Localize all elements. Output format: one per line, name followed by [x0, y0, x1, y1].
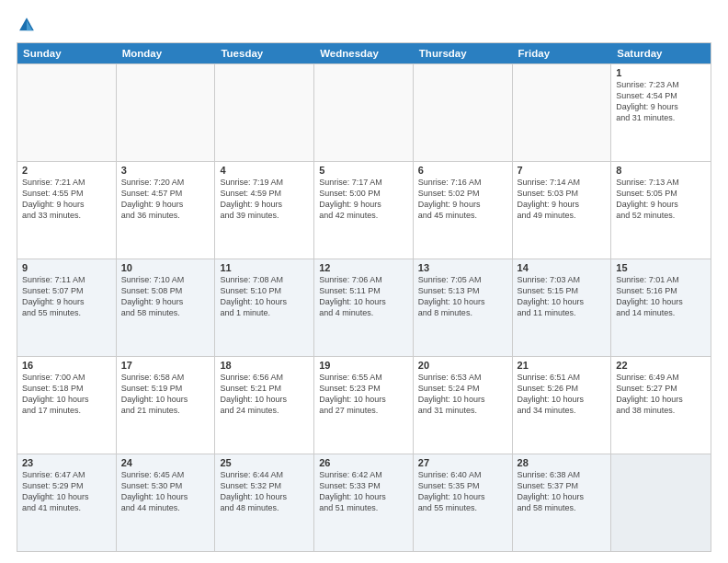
calendar-cell-3-0: 16Sunrise: 7:00 AM Sunset: 5:18 PM Dayli…	[17, 357, 117, 454]
day-number: 21	[518, 360, 607, 371]
calendar-cell-2-0: 9Sunrise: 7:11 AM Sunset: 5:07 PM Daylig…	[17, 259, 117, 356]
day-number: 12	[319, 262, 408, 273]
day-info: Sunrise: 6:45 AM Sunset: 5:30 PM Dayligh…	[121, 469, 210, 514]
calendar-row-1: 2Sunrise: 7:21 AM Sunset: 4:55 PM Daylig…	[17, 161, 711, 259]
day-number: 26	[319, 457, 408, 468]
calendar-row-3: 16Sunrise: 7:00 AM Sunset: 5:18 PM Dayli…	[17, 356, 711, 454]
calendar-cell-3-3: 19Sunrise: 6:55 AM Sunset: 5:23 PM Dayli…	[314, 357, 414, 454]
day-number: 3	[121, 165, 210, 176]
calendar-cell-0-4	[414, 64, 513, 161]
calendar-cell-2-3: 12Sunrise: 7:06 AM Sunset: 5:11 PM Dayli…	[314, 259, 414, 356]
day-number: 19	[319, 360, 408, 371]
calendar-cell-2-4: 13Sunrise: 7:05 AM Sunset: 5:13 PM Dayli…	[414, 259, 513, 356]
day-number: 23	[22, 457, 111, 468]
day-info: Sunrise: 7:16 AM Sunset: 5:02 PM Dayligh…	[418, 177, 507, 222]
day-info: Sunrise: 7:23 AM Sunset: 4:54 PM Dayligh…	[616, 79, 706, 124]
day-info: Sunrise: 6:40 AM Sunset: 5:35 PM Dayligh…	[418, 469, 507, 514]
day-number: 18	[220, 360, 309, 371]
day-info: Sunrise: 7:21 AM Sunset: 4:55 PM Dayligh…	[22, 177, 111, 222]
day-info: Sunrise: 7:03 AM Sunset: 5:15 PM Dayligh…	[518, 274, 607, 319]
day-info: Sunrise: 7:17 AM Sunset: 5:00 PM Dayligh…	[319, 177, 408, 222]
day-number: 6	[418, 165, 507, 176]
day-info: Sunrise: 7:05 AM Sunset: 5:13 PM Dayligh…	[418, 274, 507, 319]
day-info: Sunrise: 7:13 AM Sunset: 5:05 PM Dayligh…	[616, 177, 706, 222]
day-number: 13	[418, 262, 507, 273]
calendar-cell-1-1: 3Sunrise: 7:20 AM Sunset: 4:57 PM Daylig…	[117, 162, 216, 259]
calendar-row-0: 1Sunrise: 7:23 AM Sunset: 4:54 PM Daylig…	[17, 63, 711, 161]
day-number: 17	[121, 360, 210, 371]
day-number: 10	[121, 262, 210, 273]
day-number: 5	[319, 165, 408, 176]
weekday-header-wednesday: Wednesday	[314, 43, 414, 63]
logo-icon	[17, 15, 37, 35]
day-info: Sunrise: 6:53 AM Sunset: 5:24 PM Dayligh…	[418, 372, 507, 417]
calendar-cell-1-4: 6Sunrise: 7:16 AM Sunset: 5:02 PM Daylig…	[414, 162, 513, 259]
calendar-cell-4-2: 25Sunrise: 6:44 AM Sunset: 5:32 PM Dayli…	[215, 454, 314, 551]
day-info: Sunrise: 6:42 AM Sunset: 5:33 PM Dayligh…	[319, 469, 408, 514]
day-info: Sunrise: 6:44 AM Sunset: 5:32 PM Dayligh…	[220, 469, 309, 514]
calendar-cell-0-6: 1Sunrise: 7:23 AM Sunset: 4:54 PM Daylig…	[611, 64, 711, 161]
calendar-cell-0-2	[215, 64, 314, 161]
day-info: Sunrise: 7:00 AM Sunset: 5:18 PM Dayligh…	[22, 372, 111, 417]
day-info: Sunrise: 7:06 AM Sunset: 5:11 PM Dayligh…	[319, 274, 408, 319]
day-info: Sunrise: 6:38 AM Sunset: 5:37 PM Dayligh…	[518, 469, 607, 514]
day-number: 9	[22, 262, 111, 273]
day-number: 14	[518, 262, 607, 273]
day-number: 15	[616, 262, 706, 273]
calendar-cell-2-6: 15Sunrise: 7:01 AM Sunset: 5:16 PM Dayli…	[611, 259, 711, 356]
day-info: Sunrise: 7:19 AM Sunset: 4:59 PM Dayligh…	[220, 177, 309, 222]
calendar-cell-1-3: 5Sunrise: 7:17 AM Sunset: 5:00 PM Daylig…	[314, 162, 414, 259]
day-info: Sunrise: 6:47 AM Sunset: 5:29 PM Dayligh…	[22, 469, 111, 514]
day-info: Sunrise: 7:10 AM Sunset: 5:08 PM Dayligh…	[121, 274, 210, 319]
calendar-cell-3-5: 21Sunrise: 6:51 AM Sunset: 5:26 PM Dayli…	[513, 357, 612, 454]
day-info: Sunrise: 7:14 AM Sunset: 5:03 PM Dayligh…	[518, 177, 607, 222]
calendar-cell-2-5: 14Sunrise: 7:03 AM Sunset: 5:15 PM Dayli…	[513, 259, 612, 356]
day-info: Sunrise: 6:51 AM Sunset: 5:26 PM Dayligh…	[518, 372, 607, 417]
calendar-cell-4-1: 24Sunrise: 6:45 AM Sunset: 5:30 PM Dayli…	[117, 454, 216, 551]
weekday-header-thursday: Thursday	[414, 43, 513, 63]
day-number: 25	[220, 457, 309, 468]
calendar-cell-2-2: 11Sunrise: 7:08 AM Sunset: 5:10 PM Dayli…	[215, 259, 314, 356]
calendar-cell-1-5: 7Sunrise: 7:14 AM Sunset: 5:03 PM Daylig…	[513, 162, 612, 259]
calendar-cell-1-2: 4Sunrise: 7:19 AM Sunset: 4:59 PM Daylig…	[215, 162, 314, 259]
day-number: 27	[418, 457, 507, 468]
weekday-header-monday: Monday	[117, 43, 216, 63]
calendar-cell-4-0: 23Sunrise: 6:47 AM Sunset: 5:29 PM Dayli…	[17, 454, 117, 551]
day-info: Sunrise: 7:20 AM Sunset: 4:57 PM Dayligh…	[121, 177, 210, 222]
day-number: 4	[220, 165, 309, 176]
day-info: Sunrise: 7:08 AM Sunset: 5:10 PM Dayligh…	[220, 274, 309, 319]
day-info: Sunrise: 6:55 AM Sunset: 5:23 PM Dayligh…	[319, 372, 408, 417]
calendar-cell-0-5	[513, 64, 612, 161]
calendar-cell-4-6	[611, 454, 711, 551]
calendar-cell-4-5: 28Sunrise: 6:38 AM Sunset: 5:37 PM Dayli…	[513, 454, 612, 551]
calendar-cell-4-3: 26Sunrise: 6:42 AM Sunset: 5:33 PM Dayli…	[314, 454, 414, 551]
day-info: Sunrise: 7:11 AM Sunset: 5:07 PM Dayligh…	[22, 274, 111, 319]
calendar-cell-1-0: 2Sunrise: 7:21 AM Sunset: 4:55 PM Daylig…	[17, 162, 117, 259]
day-number: 11	[220, 262, 309, 273]
calendar-cell-1-6: 8Sunrise: 7:13 AM Sunset: 5:05 PM Daylig…	[611, 162, 711, 259]
day-info: Sunrise: 6:49 AM Sunset: 5:27 PM Dayligh…	[616, 372, 706, 417]
day-number: 28	[518, 457, 607, 468]
calendar-cell-4-4: 27Sunrise: 6:40 AM Sunset: 5:35 PM Dayli…	[414, 454, 513, 551]
weekday-header-friday: Friday	[513, 43, 612, 63]
weekday-header-tuesday: Tuesday	[215, 43, 314, 63]
calendar-cell-3-2: 18Sunrise: 6:56 AM Sunset: 5:21 PM Dayli…	[215, 357, 314, 454]
day-number: 20	[418, 360, 507, 371]
day-info: Sunrise: 6:58 AM Sunset: 5:19 PM Dayligh…	[121, 372, 210, 417]
calendar-cell-0-1	[117, 64, 216, 161]
day-number: 2	[22, 165, 111, 176]
calendar-cell-3-1: 17Sunrise: 6:58 AM Sunset: 5:19 PM Dayli…	[117, 357, 216, 454]
logo	[17, 15, 40, 35]
day-info: Sunrise: 6:56 AM Sunset: 5:21 PM Dayligh…	[220, 372, 309, 417]
day-number: 7	[518, 165, 607, 176]
calendar-row-4: 23Sunrise: 6:47 AM Sunset: 5:29 PM Dayli…	[17, 454, 711, 551]
day-number: 8	[616, 165, 706, 176]
calendar: SundayMondayTuesdayWednesdayThursdayFrid…	[17, 42, 711, 552]
calendar-header: SundayMondayTuesdayWednesdayThursdayFrid…	[17, 43, 711, 63]
day-number: 22	[616, 360, 706, 371]
calendar-cell-0-3	[314, 64, 414, 161]
weekday-header-sunday: Sunday	[17, 43, 117, 63]
calendar-cell-3-4: 20Sunrise: 6:53 AM Sunset: 5:24 PM Dayli…	[414, 357, 513, 454]
calendar-body: 1Sunrise: 7:23 AM Sunset: 4:54 PM Daylig…	[17, 63, 711, 551]
calendar-cell-2-1: 10Sunrise: 7:10 AM Sunset: 5:08 PM Dayli…	[117, 259, 216, 356]
